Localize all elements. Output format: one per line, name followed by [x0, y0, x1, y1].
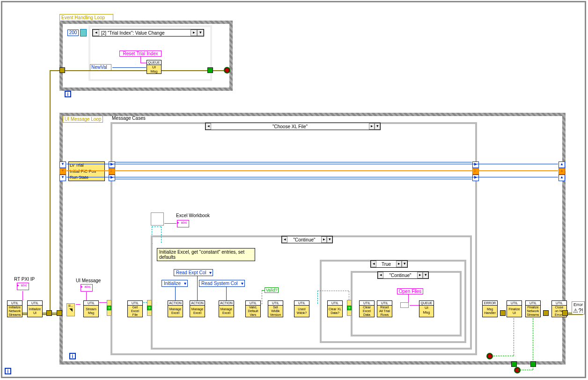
iteration-terminal-event: i [65, 91, 71, 97]
true-case-selector[interactable]: ◂ True ▸ ▾ [370, 260, 408, 268]
case-dropdown-icon[interactable]: ▾ [327, 236, 332, 243]
util-band: UTIL [377, 301, 392, 306]
wire [152, 243, 153, 244]
continue2-case-selector[interactable]: ◂ "Continue" ▸ ▾ [377, 271, 429, 279]
comment-initialize: Initialize Excel, get "constant" entries… [157, 248, 255, 261]
set-wkbk-version-vi[interactable]: UTIL Set WkBk Version [268, 300, 283, 317]
rt-pxi-ip-control-icon[interactable]: abc [17, 283, 29, 290]
get-excel-file-vi[interactable]: UTIL Get Excel File [127, 300, 143, 317]
case-label: "Continue" [287, 237, 321, 242]
next-case-icon[interactable]: ▸ [417, 272, 423, 278]
reset-trial-index-constant[interactable]: Reset Trial Index [119, 51, 162, 57]
wire [66, 164, 558, 164]
prev-case-icon[interactable]: ◂ [371, 261, 376, 267]
shift-register-right: ▲ ▲ ▲ [559, 161, 565, 181]
case-dropdown-icon[interactable]: ▾ [423, 272, 428, 278]
stream-msg-vi[interactable]: UTIL Stream Msg [83, 300, 99, 317]
vi-body: Manage Excel [168, 306, 183, 317]
clear-xl-data-q-vi[interactable]: UTIL Clear XL Data? [327, 300, 343, 317]
sr-down-icon: ▼ [59, 168, 66, 175]
wire [76, 304, 81, 305]
vi-body: Valid, Default Vars [246, 306, 260, 317]
excel-ref-node[interactable] [151, 212, 164, 226]
tunnel [46, 310, 52, 316]
message-cases-label: Message Cases [112, 116, 146, 121]
vi-body: Set WkBk Version [268, 306, 283, 317]
rt-pxi-ip-label: RT PXI IP [14, 277, 35, 282]
read-system-col-ring[interactable]: Read System Col [199, 280, 245, 287]
sr-down-icon: ▼ [59, 161, 66, 168]
queue-banner: QUEUE [147, 60, 161, 65]
wire [410, 305, 419, 306]
next-case-icon[interactable]: ▸ [396, 261, 402, 267]
prev-case-icon[interactable]: ◂ [378, 272, 383, 278]
used-wkbk-vi[interactable]: UTIL Used Wkbk? [294, 300, 309, 317]
clear-excel-data-vi[interactable]: UTIL Clear Excel Data [359, 300, 375, 317]
stop-terminal-ui-loop [486, 353, 493, 359]
manage-excel-2-vi[interactable]: ACTION Manage Excel [190, 300, 205, 317]
prev-case-icon[interactable]: ◂ [93, 29, 99, 36]
timeout-constant[interactable]: 200 [67, 29, 79, 36]
initialize-ui-vi[interactable]: UTIL Initialize UI [27, 300, 43, 317]
next-case-icon[interactable]: ▸ [191, 29, 197, 36]
iteration-terminal-outer: i [5, 368, 11, 374]
sr-up-icon: ▲ [559, 168, 565, 175]
ui-message-indicator-icon: abc [81, 284, 93, 292]
vi-body: Msg Handler [483, 306, 497, 317]
open-files-constant[interactable]: Open Files [397, 288, 423, 294]
error-handler-vi[interactable]: Error ⚠?! [572, 301, 585, 314]
util-band: UTIL [246, 301, 260, 306]
vi-body: Stream Msg [84, 306, 98, 317]
stop-terminal-outer-loop [514, 367, 521, 373]
case-dropdown-icon[interactable]: ▾ [402, 261, 407, 267]
event-case-selector[interactable]: ◂ [2] "Trial Index": Value Change ▸ ▾ [92, 29, 204, 37]
event-case-label: [2] "Trial Index": Value Change [99, 30, 191, 36]
ui-msg-queue-vi-2[interactable]: QUEUE UI Msg [419, 300, 434, 317]
msg-handler-vi[interactable]: ERROR Msg Handler [482, 300, 498, 317]
next-case-icon[interactable]: ▸ [321, 236, 327, 243]
finalize-network-streams-vi[interactable]: UTIL Finalize Network Streams [525, 300, 541, 317]
manage-excel-1-vi[interactable]: ACTION Manage Excel [168, 300, 183, 317]
util-band: UTIL [507, 301, 522, 306]
read-expt-col-ring[interactable]: Read Expt Col [174, 269, 213, 276]
wire [317, 291, 318, 304]
util-band: UTIL [268, 301, 283, 306]
continue-case-selector[interactable]: ◂ "Continue" ▸ ▾ [281, 236, 333, 243]
vi-body: Reset All Trial Rows [377, 306, 392, 317]
initialize-network-streams-vi[interactable]: UTIL Initialize Network Streams [7, 300, 22, 317]
finalize-ui-vi[interactable]: UTIL Finalize UI [507, 300, 522, 317]
case-dropdown-icon[interactable]: ▾ [197, 29, 204, 36]
vi-body: Clear XL Data? [328, 306, 342, 317]
selector-terminal: ? [107, 300, 111, 316]
tunnel [57, 310, 62, 316]
iteration-terminal-ui: i [69, 353, 76, 359]
message-case-selector[interactable]: ◂ "Choose XL File" ▸ ▾ [205, 123, 381, 130]
vi-body: Clear Excel Data [360, 306, 374, 317]
wire [152, 227, 161, 227]
queue-banner: QUEUE [419, 301, 434, 306]
manage-excel-3-vi[interactable]: ACTION Manage Excel [219, 300, 234, 317]
tunnel-icon: ▶ [109, 168, 115, 175]
prev-case-icon[interactable]: ◂ [206, 123, 211, 130]
initialize-ring[interactable]: Initialize [162, 280, 188, 287]
case-dropdown-icon[interactable]: ▾ [375, 123, 380, 130]
valid-default-vars-vi[interactable]: UTIL Valid, Default Vars [245, 300, 261, 317]
case-tunnel-left: ▶ ▶ ▶ [109, 161, 115, 181]
prev-case-icon[interactable]: ◂ [282, 236, 287, 243]
case-label: True [376, 262, 396, 267]
case-tunnel-right: ▶ ▶ ▶ [472, 161, 479, 181]
tunnel [562, 310, 568, 316]
bundle-node [400, 302, 409, 308]
tunnel-icon: ▶ [109, 175, 115, 181]
sr-down-icon: ▼ [59, 175, 66, 181]
wire [115, 162, 472, 162]
action-band: ACTION [168, 301, 183, 306]
dequeue-node[interactable]: ≡..◥ [66, 303, 75, 316]
reset-all-trial-rows-vi[interactable]: UTIL Reset All Trial Rows [377, 300, 392, 317]
ui-msg-queue-vi[interactable]: QUEUE UI Msg [147, 60, 162, 74]
wire [408, 294, 409, 302]
vi-body: Manage Excel [190, 306, 205, 317]
stop-terminal-icon [224, 67, 230, 73]
next-case-icon[interactable]: ▸ [369, 123, 375, 130]
vi-body: Get Excel File [128, 306, 142, 317]
